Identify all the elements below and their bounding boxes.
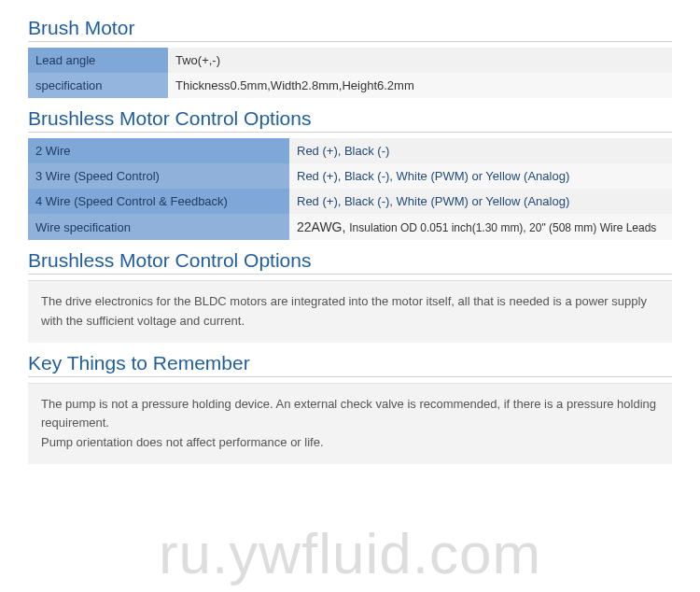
table-row: specification Thickness0.5mm,Width2.8mm,… — [28, 73, 672, 98]
row-value: Red (+), Black (-), White (PWM) or Yello… — [289, 189, 672, 214]
watermark: ru.ywfluid.com — [0, 520, 700, 586]
row-value: Two(+,-) — [168, 48, 672, 73]
key-things-line-2: Pump orientation does not affect perform… — [41, 433, 659, 453]
table-row: 2 Wire Red (+), Black (-) — [28, 138, 672, 163]
table-row: 4 Wire (Speed Control & Feedback) Red (+… — [28, 189, 672, 214]
section-title-brushless-options-2: Brushless Motor Control Options — [28, 249, 672, 275]
row-value: 22AWG, Insulation OD 0.051 inch(1.30 mm)… — [289, 214, 672, 240]
brushless-options-table: 2 Wire Red (+), Black (-) 3 Wire (Speed … — [28, 138, 672, 240]
row-value: Red (+), Black (-) — [289, 138, 672, 163]
row-label: 3 Wire (Speed Control) — [28, 163, 289, 189]
brushless-description-box: The drive electronics for the BLDC motor… — [28, 280, 672, 343]
table-row: Wire specification 22AWG, Insulation OD … — [28, 214, 672, 240]
key-things-box: The pump is not a pressure holding devic… — [28, 383, 672, 464]
row-value: Red (+), Black (-), White (PWM) or Yello… — [289, 163, 672, 189]
section-title-brushless-options-1: Brushless Motor Control Options — [28, 107, 672, 133]
row-label: Lead angle — [28, 48, 168, 73]
row-label: 2 Wire — [28, 138, 289, 163]
row-value: Thickness0.5mm,Width2.8mm,Height6.2mm — [168, 73, 672, 98]
row-label: 4 Wire (Speed Control & Feedback) — [28, 189, 289, 214]
table-row: Lead angle Two(+,-) — [28, 48, 672, 73]
table-row: 3 Wire (Speed Control) Red (+), Black (-… — [28, 163, 672, 189]
row-label: specification — [28, 73, 168, 98]
brush-motor-table: Lead angle Two(+,-) specification Thickn… — [28, 48, 672, 98]
section-title-key-things: Key Things to Remember — [28, 352, 672, 377]
section-title-brush-motor: Brush Motor — [28, 17, 672, 42]
key-things-line-1: The pump is not a pressure holding devic… — [41, 395, 659, 434]
row-label: Wire specification — [28, 214, 289, 240]
